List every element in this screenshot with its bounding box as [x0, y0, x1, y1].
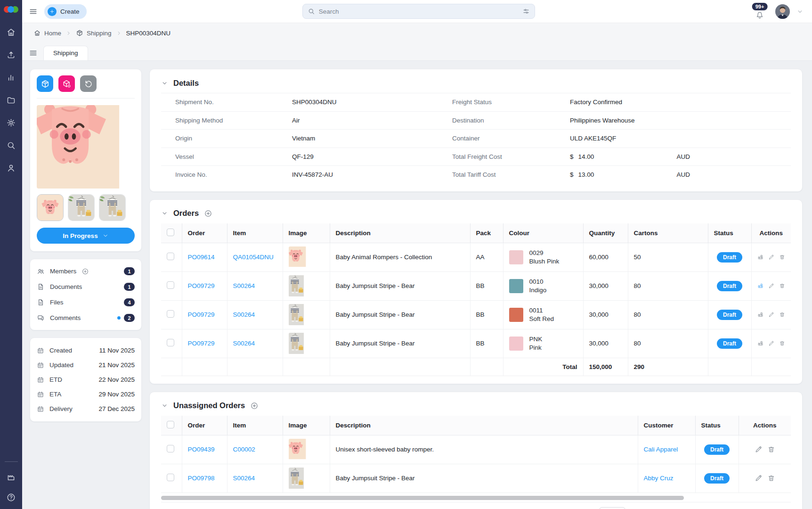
edit-icon[interactable] — [768, 253, 774, 261]
order-link[interactable]: PO09729 — [188, 282, 215, 289]
column-header[interactable]: Item — [227, 416, 283, 435]
collapse-chevron-icon[interactable] — [161, 80, 168, 87]
notifications-button[interactable]: 99+ — [751, 3, 769, 20]
column-header[interactable]: Status — [695, 416, 739, 435]
orders-table: Order Item Image Description Pack Colour… — [161, 223, 791, 376]
column-header[interactable]: Status — [708, 223, 751, 243]
status-dropdown-button[interactable]: In Progress — [37, 228, 135, 244]
select-all-checkbox[interactable] — [167, 421, 174, 428]
add-order-button[interactable] — [204, 209, 212, 218]
sidebar-item-comments[interactable]: Comments 2 — [37, 310, 135, 326]
menu-icon[interactable] — [29, 7, 38, 16]
search-input[interactable] — [319, 8, 519, 15]
order-link[interactable]: PO09439 — [188, 446, 215, 453]
delete-icon[interactable] — [779, 253, 785, 261]
folder-icon[interactable] — [6, 95, 16, 105]
person-icon[interactable] — [6, 163, 16, 173]
column-header[interactable]: Image — [283, 416, 330, 435]
add-member-icon[interactable] — [81, 268, 89, 275]
order-link[interactable]: PO09729 — [188, 311, 215, 318]
thumbnail-striped-jumpsuit[interactable] — [99, 194, 126, 221]
item-link[interactable]: S00264 — [233, 340, 255, 347]
row-checkbox[interactable] — [167, 253, 174, 260]
row-checkbox[interactable] — [167, 310, 174, 318]
order-link[interactable]: PO09729 — [188, 340, 215, 347]
history-action-button[interactable] — [80, 75, 97, 92]
cartons-icon[interactable] — [757, 253, 763, 261]
edit-icon[interactable] — [768, 311, 774, 319]
tab-shipping[interactable]: Shipping — [43, 46, 88, 60]
cartons-icon[interactable] — [757, 282, 763, 290]
app-logo[interactable] — [4, 6, 19, 13]
home-icon[interactable] — [6, 27, 16, 37]
package-action-button[interactable] — [37, 75, 53, 92]
column-header[interactable]: Colour — [503, 223, 583, 243]
edit-icon[interactable] — [755, 445, 763, 453]
create-button[interactable]: Create — [44, 4, 87, 19]
package-remove-action-button[interactable] — [58, 75, 75, 92]
upload-icon[interactable] — [6, 50, 16, 60]
user-menu-chevron-icon[interactable] — [796, 8, 804, 15]
detail-value: SHP00304DNU — [292, 99, 452, 106]
sidebar-item-files[interactable]: Files 4 — [37, 295, 135, 310]
sidebar-item-documents[interactable]: Documents 1 — [37, 279, 135, 295]
detail-value: Air — [292, 117, 452, 124]
item-link[interactable]: S00264 — [233, 311, 255, 318]
cartons-icon[interactable] — [757, 311, 763, 319]
help-icon[interactable] — [6, 493, 16, 502]
item-link[interactable]: S00264 — [233, 475, 255, 482]
page-size-select[interactable]: 20 — [599, 507, 625, 509]
edit-icon[interactable] — [755, 474, 763, 482]
scrollbar-thumb[interactable] — [161, 496, 684, 500]
gear-icon[interactable] — [6, 118, 16, 128]
row-checkbox[interactable] — [167, 281, 174, 289]
customer-link[interactable]: Cali Apparel — [644, 446, 678, 453]
customer-link[interactable]: Abby Cruz — [644, 475, 674, 482]
thumbnail-pig-romper[interactable] — [37, 194, 64, 221]
logo-circle-blue — [8, 6, 14, 13]
row-checkbox[interactable] — [167, 339, 174, 346]
factory-icon[interactable] — [6, 472, 16, 482]
collapse-chevron-icon[interactable] — [161, 402, 168, 409]
breadcrumb-shipping[interactable]: Shipping — [76, 29, 112, 37]
edit-icon[interactable] — [768, 339, 774, 347]
sidebar-item-members[interactable]: Members 1 — [37, 263, 135, 279]
delete-icon[interactable] — [767, 474, 775, 482]
delete-icon[interactable] — [779, 311, 785, 319]
cartons-icon[interactable] — [757, 339, 763, 347]
column-header[interactable]: Item — [227, 223, 283, 243]
order-link[interactable]: PO09798 — [188, 475, 215, 482]
user-avatar[interactable] — [775, 4, 790, 19]
quantity-value: 30,000 — [583, 271, 628, 300]
column-header[interactable]: Order — [182, 416, 227, 435]
column-header[interactable]: Description — [330, 223, 470, 243]
column-header[interactable]: Quantity — [583, 223, 628, 243]
column-header[interactable]: Description — [330, 416, 638, 435]
search-icon[interactable] — [6, 140, 16, 150]
date-row-updated: Updated 21 Nov 2025 — [37, 358, 135, 372]
column-header[interactable]: Customer — [638, 416, 695, 435]
unassigned-order-row: PO09439 C00002 Unisex short-sleeved baby… — [161, 435, 791, 464]
column-header[interactable]: Image — [283, 223, 330, 243]
row-checkbox[interactable] — [167, 445, 174, 452]
search-filter-icon[interactable] — [522, 8, 530, 15]
order-link[interactable]: PO09614 — [188, 254, 215, 261]
delete-icon[interactable] — [779, 339, 785, 347]
column-header[interactable]: Pack — [470, 223, 503, 243]
analytics-icon[interactable] — [6, 73, 16, 82]
edit-icon[interactable] — [768, 282, 774, 290]
column-header[interactable]: Order — [182, 223, 227, 243]
row-checkbox[interactable] — [167, 474, 174, 481]
column-header[interactable]: Cartons — [628, 223, 708, 243]
item-link[interactable]: C00002 — [233, 446, 255, 453]
delete-icon[interactable] — [779, 282, 785, 290]
breadcrumb-home[interactable]: Home — [33, 29, 61, 37]
item-link[interactable]: QA01054DNU — [233, 254, 274, 261]
tab-list-menu-icon[interactable] — [29, 49, 38, 57]
collapse-chevron-icon[interactable] — [161, 210, 168, 217]
select-all-checkbox[interactable] — [167, 229, 174, 236]
delete-icon[interactable] — [767, 445, 775, 453]
add-unassigned-order-button[interactable] — [250, 402, 259, 410]
item-link[interactable]: S00264 — [233, 282, 255, 289]
thumbnail-striped-jumpsuit[interactable] — [68, 194, 95, 221]
